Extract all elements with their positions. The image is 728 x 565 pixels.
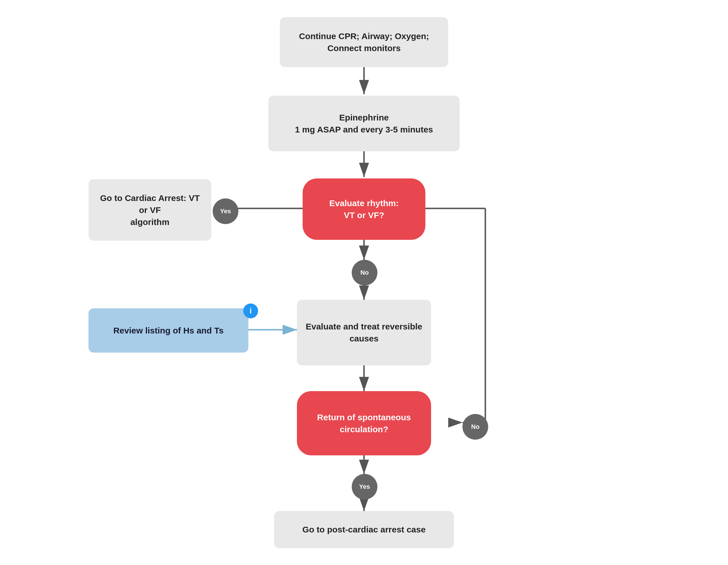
post-cardiac-arrest-box: Go to post-cardiac arrest case: [274, 511, 454, 548]
return-spontaneous-box: Return of spontaneous circulation?: [297, 391, 431, 455]
evaluate-treat-box: Evaluate and treat reversible causes: [297, 300, 431, 365]
no-vt-vf-circle: No: [352, 260, 377, 285]
go-to-vt-vf-box: Go to Cardiac Arrest: VT or VF algorithm: [89, 179, 211, 241]
yes-rosc-circle: Yes: [352, 474, 377, 500]
review-hs-ts-box[interactable]: Review listing of Hs and Ts: [89, 308, 248, 353]
evaluate-rhythm-box: Evaluate rhythm: VT or VF?: [303, 178, 425, 240]
yes-vt-vf-circle: Yes: [213, 198, 238, 224]
epinephrine-box: Epinephrine 1 mg ASAP and every 3-5 minu…: [268, 96, 460, 151]
no-rosc-circle: No: [462, 414, 488, 440]
flowchart: Continue CPR; Airway; Oxygen; Connect mo…: [0, 0, 728, 565]
continue-cpr-box: Continue CPR; Airway; Oxygen; Connect mo…: [280, 17, 448, 67]
info-icon[interactable]: i: [243, 303, 258, 318]
